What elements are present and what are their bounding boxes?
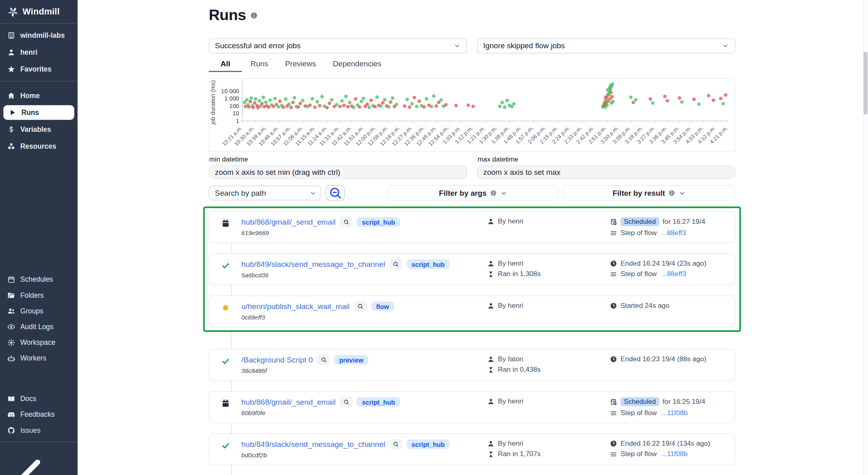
skipped-flow-select[interactable]: Ignore skipped flow jobs: [477, 38, 735, 53]
book-icon: [7, 395, 15, 403]
flow-link[interactable]: ...88eff3: [661, 270, 686, 278]
svg-text:1 000: 1 000: [224, 95, 239, 102]
filter-by-args-dropdown[interactable]: Filter by args: [388, 185, 559, 201]
search-run-button[interactable]: [317, 354, 330, 365]
sidebar-item-label: Home: [20, 92, 40, 100]
sidebar-item-favorites[interactable]: Favorites: [0, 61, 78, 78]
person-icon: [487, 355, 494, 362]
run-card[interactable]: hub/849/slack/send_message_to_channel sc…: [209, 433, 735, 465]
filter-by-result-dropdown[interactable]: Filter by result: [563, 185, 735, 201]
sidebar-item-label: Workers: [20, 354, 46, 362]
runs-list: hub/868/gmail/_send_email script_hub 619…: [209, 207, 735, 475]
run-path-link[interactable]: u/henri/publish_slack_wait_mail: [242, 302, 350, 311]
sidebar-item-henri[interactable]: henri: [0, 44, 78, 61]
sidebar-item-issues[interactable]: Issues: [0, 422, 78, 438]
list-icon: [610, 229, 617, 237]
scatter-points[interactable]: [243, 82, 727, 109]
scrollbar-thumb[interactable]: [864, 52, 868, 115]
run-card[interactable]: hub/849/slack/send_message_to_channel sc…: [209, 253, 735, 285]
search-run-button[interactable]: [340, 397, 352, 407]
svg-text:100: 100: [229, 103, 239, 109]
sidebar-item-label: Variables: [20, 125, 51, 133]
running-dot-icon: [221, 303, 230, 312]
run-path-link[interactable]: hub/849/slack/send_message_to_channel: [242, 260, 385, 268]
run-time: Ended 16:24 19/4 (23s ago): [620, 259, 706, 267]
tab-previews[interactable]: Previews: [276, 57, 324, 72]
flow-link[interactable]: ...11f08b: [661, 409, 688, 417]
run-id: 619e9669: [242, 229, 487, 236]
run-status: [209, 434, 242, 465]
job-status-select[interactable]: Successful and error jobs: [209, 38, 467, 53]
clock-icon: [610, 355, 617, 362]
runs-duration-chart[interactable]: job duration (ms)10 0001 00010010110:21 …: [209, 78, 735, 152]
search-path-input[interactable]: [209, 186, 321, 200]
sidebar-item-runs[interactable]: Runs: [3, 105, 74, 120]
search-run-button[interactable]: [390, 259, 402, 270]
run-by: By henri: [498, 259, 523, 267]
chevron-down-icon: [500, 189, 507, 197]
svg-text:10 000: 10 000: [221, 88, 239, 94]
tab-runs[interactable]: Runs: [242, 57, 276, 72]
info-icon: [668, 190, 675, 197]
sidebar-item-schedules[interactable]: Schedules: [0, 272, 78, 287]
sidebar-item-label: Schedules: [20, 276, 53, 284]
list-icon: [610, 270, 617, 278]
tab-dependencies[interactable]: Dependencies: [324, 57, 390, 72]
max-datetime-input[interactable]: [477, 166, 735, 179]
run-card[interactable]: hub/868/gmail/_send_email script_hub 619…: [209, 211, 735, 243]
skipped-flow-select-value: Ignore skipped flow jobs: [483, 42, 565, 50]
run-kind-badge: script_hub: [357, 397, 400, 407]
sidebar-item-audit-logs[interactable]: Audit Logs: [0, 319, 78, 335]
person-icon: [487, 302, 494, 309]
run-id: 5a6bcd36: [242, 272, 487, 278]
min-datetime-input[interactable]: [209, 166, 467, 179]
app-logo[interactable]: Windmill: [0, 0, 78, 23]
svg-text:1: 1: [236, 118, 239, 124]
filter-by-args-label: Filter by args: [439, 189, 487, 197]
sidebar-item-label: Feedbacks: [20, 411, 55, 419]
run-card[interactable]: hub/868/gmail/_send_email script_hub 60b…: [209, 391, 735, 423]
search-run-button[interactable]: [340, 217, 352, 227]
building-icon: [7, 31, 15, 39]
sidebar-item-docs[interactable]: Docs: [0, 391, 78, 407]
run-time: for 16:27 19/4: [663, 218, 705, 226]
sidebar-item-label: Audit Logs: [20, 323, 53, 331]
run-id: bd0cdf2b: [242, 452, 487, 459]
dollar-icon: [7, 125, 15, 133]
run-duration: Ran in 0,438s: [498, 366, 540, 374]
collapse-sidebar-button[interactable]: [7, 448, 70, 475]
run-kind-badge: script_hub: [357, 217, 400, 227]
run-path-link[interactable]: /Background Script 0: [242, 356, 313, 364]
search-run-button[interactable]: [354, 301, 366, 312]
sidebar-item-home[interactable]: Home: [0, 87, 78, 104]
sidebar-item-windmill-labs[interactable]: windmill-labs: [0, 27, 78, 44]
tab-all[interactable]: All: [209, 57, 242, 72]
sidebar-item-groups[interactable]: Groups: [0, 303, 78, 319]
run-path-link[interactable]: hub/849/slack/send_message_to_channel: [242, 440, 385, 448]
run-path-link[interactable]: hub/868/gmail/_send_email: [242, 398, 336, 406]
run-by: By henri: [498, 397, 523, 405]
search-button[interactable]: [326, 185, 345, 201]
sidebar-item-workers[interactable]: Workers: [0, 350, 78, 366]
run-kind-badge: script_hub: [407, 259, 450, 269]
sidebar-item-variables[interactable]: Variables: [0, 121, 78, 138]
run-path-link[interactable]: hub/868/gmail/_send_email: [242, 218, 336, 226]
run-card[interactable]: u/henri/publish_slack_wait_mail flow 0c8…: [209, 295, 735, 328]
page-scrollbar: [863, 0, 868, 475]
chevron-down-icon[interactable]: [309, 190, 317, 197]
sidebar-item-resources[interactable]: Resources: [0, 138, 78, 155]
step-of-flow-label: Step of flow: [620, 270, 657, 278]
sidebar-item-feedbacks[interactable]: Feedbacks: [0, 407, 78, 422]
sidebar-item-workspace[interactable]: Workspace: [0, 335, 78, 350]
run-id: 0c88eff3: [242, 314, 487, 321]
flow-link[interactable]: ...11f08b: [661, 450, 688, 458]
job-status-select-value: Successful and error jobs: [215, 42, 301, 50]
sidebar-item-label: windmill-labs: [20, 31, 65, 39]
flow-link[interactable]: ...88eff3: [661, 229, 686, 237]
info-icon[interactable]: [250, 12, 258, 19]
sidebar-item-folders[interactable]: Folders: [0, 287, 78, 303]
workspace-nav: windmill-labshenriFavorites: [0, 24, 78, 81]
run-card[interactable]: /Background Script 0 preview 38c8486f By…: [209, 349, 735, 381]
search-run-button[interactable]: [390, 439, 402, 450]
run-connector: [231, 243, 231, 253]
